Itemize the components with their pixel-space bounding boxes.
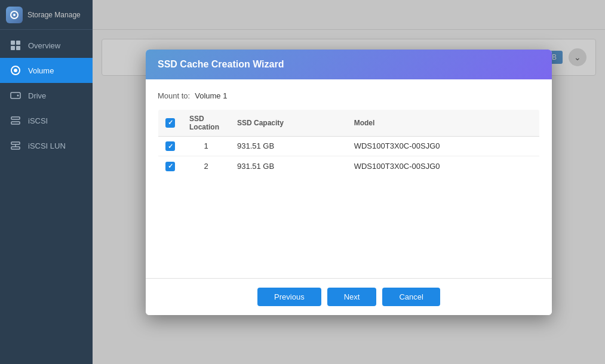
td-location: 2 [182,156,230,177]
dialog-body: Mount to: Volume 1 SSD Location SSD Capa… [146,79,552,278]
dialog-header: SSD Cache Creation Wizard [146,50,552,79]
row-checkbox-1[interactable] [165,141,175,151]
mount-label: Mount to: [158,91,190,100]
cancel-button[interactable]: Cancel [382,288,440,306]
table-row: 2 931.51 GB WDS100T3X0C-00SJG0 [158,156,540,177]
sidebar-item-iscsi[interactable]: iSCSI [0,108,93,133]
td-checkbox [158,156,183,177]
modal-overlay: SSD Cache Creation Wizard Mount to: Volu… [93,0,605,364]
th-model: Model [347,109,540,136]
td-model: WDS100T3X0C-00SJG0 [347,136,540,156]
svg-rect-3 [16,41,20,45]
sidebar-item-iscsi-lun[interactable]: iSCSI LUN [0,133,93,158]
sidebar-item-label: iSCSI LUN [28,141,66,150]
svg-rect-13 [11,147,20,149]
svg-point-1 [13,14,16,16]
sidebar-header: Storage Manage [0,0,93,30]
td-location: 1 [182,136,230,156]
table-row: 1 931.51 GB WDS100T3X0C-00SJG0 [158,136,540,156]
sidebar-nav: Overview Volume Drive [0,30,93,364]
sidebar-item-label: Volume [28,66,54,75]
grid-icon [9,39,22,52]
previous-button[interactable]: Previous [257,288,321,306]
svg-rect-2 [11,41,15,45]
row-checkbox-2[interactable] [165,162,175,171]
sidebar: Storage Manage Overview Volume [0,0,93,364]
iscsi-lun-icon [9,139,22,152]
main-content: 4 GB ⌄ SSD Cache Creation Wizard Mount t… [93,0,605,364]
svg-rect-8 [11,92,20,98]
td-capacity: 931.51 GB [230,156,347,177]
dialog-title: SSD Cache Creation Wizard [158,59,284,69]
app-title: Storage Manage [27,11,81,19]
sidebar-item-label: Drive [28,91,46,100]
sidebar-item-drive[interactable]: Drive [0,83,93,108]
sidebar-item-label: Overview [28,41,60,50]
ssd-table: SSD Location SSD Capacity Model 1 931.51… [158,109,540,177]
svg-rect-11 [11,122,20,124]
next-button[interactable]: Next [327,288,377,306]
svg-rect-12 [11,142,20,144]
sidebar-item-volume[interactable]: Volume [0,58,93,83]
select-all-checkbox[interactable] [165,118,175,128]
th-checkbox [158,109,183,136]
volume-icon [9,64,22,77]
svg-point-9 [17,95,19,97]
mount-value: Volume 1 [195,91,227,100]
svg-point-7 [14,69,17,72]
dialog-footer: Previous Next Cancel [146,278,552,315]
td-capacity: 931.51 GB [230,136,347,156]
th-capacity: SSD Capacity [230,109,347,136]
sidebar-item-overview[interactable]: Overview [0,33,93,58]
svg-rect-4 [11,46,15,50]
dialog: SSD Cache Creation Wizard Mount to: Volu… [146,50,552,315]
sidebar-item-label: iSCSI [28,116,48,125]
td-checkbox [158,136,183,156]
app-logo [6,7,23,23]
th-location: SSD Location [182,109,230,136]
td-model: WDS100T3X0C-00SJG0 [347,156,540,177]
mount-info: Mount to: Volume 1 [158,91,540,100]
svg-rect-5 [16,46,20,50]
svg-rect-10 [11,117,20,119]
iscsi-icon [9,114,22,127]
drive-icon [9,89,22,102]
table-spacer [158,177,540,266]
